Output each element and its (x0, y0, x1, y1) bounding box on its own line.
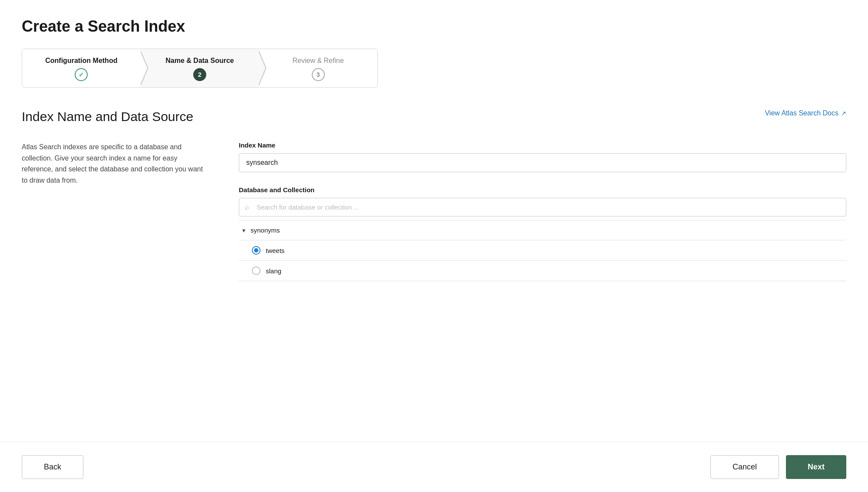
index-name-group: Index Name (239, 141, 846, 172)
form-column: Index Name Database and Collection ⌕ ▾ s… (239, 141, 846, 295)
step-3-indicator: 3 (312, 68, 325, 81)
stepper: Configuration Method ✓ Name & Data Sourc… (22, 49, 378, 88)
db-collection-label: Database and Collection (239, 186, 846, 194)
description-column: Atlas Search indexes are specific to a d… (22, 141, 204, 295)
index-name-input[interactable] (239, 153, 846, 172)
index-name-label: Index Name (239, 141, 846, 149)
section-title: Index Name and Data Source (22, 109, 193, 124)
radio-slang[interactable] (252, 266, 261, 275)
content-header: Index Name and Data Source View Atlas Se… (22, 109, 846, 124)
db-search-input[interactable] (239, 198, 846, 216)
back-button[interactable]: Back (22, 455, 83, 479)
step-2-label: Name & Data Source (165, 57, 234, 65)
footer: Back Cancel Next (0, 442, 868, 492)
step-configuration-method[interactable]: Configuration Method ✓ (22, 49, 141, 87)
database-name: synonyms (251, 226, 280, 234)
collection-name-tweets: tweets (266, 247, 284, 254)
step-2-indicator: 2 (193, 68, 206, 81)
db-collection-group: Database and Collection ⌕ ▾ synonyms twe… (239, 186, 846, 281)
step-name-data-source[interactable]: Name & Data Source 2 (141, 49, 259, 87)
docs-link[interactable]: View Atlas Search Docs ↗ (765, 109, 846, 117)
description-text: Atlas Search indexes are specific to a d… (22, 141, 204, 186)
cancel-button[interactable]: Cancel (710, 455, 779, 479)
main-layout: Atlas Search indexes are specific to a d… (22, 141, 846, 295)
docs-link-text: View Atlas Search Docs (765, 109, 838, 117)
footer-right-buttons: Cancel Next (710, 455, 846, 479)
next-button[interactable]: Next (786, 455, 846, 479)
search-icon: ⌕ (245, 203, 249, 211)
database-row[interactable]: ▾ synonyms (239, 220, 846, 240)
page-title: Create a Search Index (22, 17, 846, 36)
database-list: ▾ synonyms tweets slang (239, 220, 846, 281)
step-1-indicator: ✓ (75, 68, 88, 81)
collection-name-slang: slang (266, 267, 281, 275)
db-search-wrapper: ⌕ (239, 198, 846, 216)
step-3-label: Review & Refine (293, 57, 344, 65)
collection-row-slang[interactable]: slang (239, 261, 846, 281)
radio-tweets[interactable] (252, 246, 261, 255)
external-link-icon: ↗ (841, 110, 846, 117)
step-review-refine[interactable]: Review & Refine 3 (259, 49, 377, 87)
chevron-down-icon: ▾ (242, 227, 245, 234)
collection-row-tweets[interactable]: tweets (239, 240, 846, 261)
step-1-label: Configuration Method (45, 57, 117, 65)
